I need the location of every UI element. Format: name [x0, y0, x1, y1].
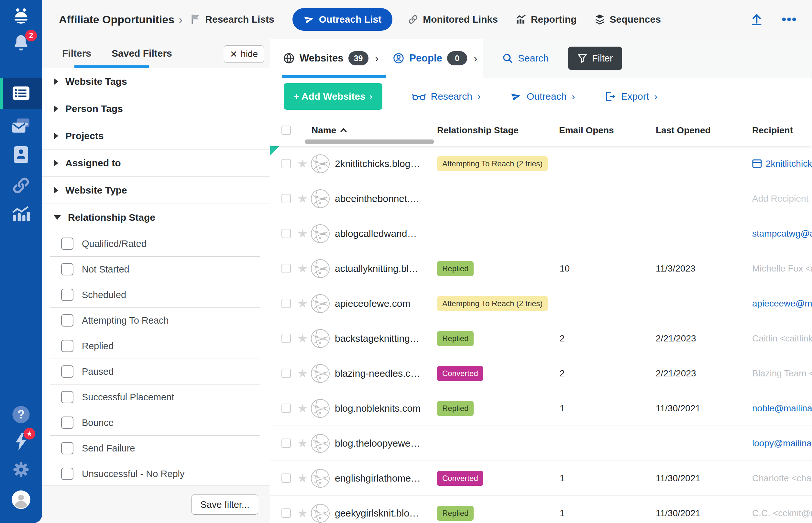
row-checkbox[interactable] [281, 356, 291, 391]
stage-option-successful-placement[interactable]: Successful Placement [50, 384, 260, 410]
column-header-relationship-stage[interactable]: Relationship Stage [437, 115, 519, 146]
filter-section-website-type[interactable]: Website Type [42, 177, 270, 204]
nav-research-lists[interactable]: Research Lists [191, 14, 274, 25]
nav-reporting[interactable]: Reporting [516, 14, 577, 25]
filter-section-person-tags[interactable]: Person Tags [42, 95, 270, 122]
save-filter-button[interactable]: Save filter... [191, 494, 258, 515]
export-menu-button[interactable]: Export › [605, 91, 657, 102]
recipient-cell[interactable]: C.C. <ccknit@ma [752, 496, 812, 523]
recipient-cell[interactable]: stampcatwg@ac [752, 216, 812, 251]
row-checkbox[interactable] [281, 461, 291, 495]
outreach-menu-button[interactable]: Outreach › [511, 91, 575, 102]
search-button[interactable]: Search [502, 52, 549, 64]
website-name-link[interactable]: abeeinthebonnet.… [335, 193, 420, 204]
tab-people[interactable]: People 0 › [393, 51, 477, 65]
stage-option-send-failure[interactable]: Send Failure [50, 436, 260, 461]
column-header-last-opened[interactable]: Last Opened [656, 115, 711, 146]
favorite-star-icon[interactable]: ★ [297, 286, 308, 321]
settings-gear-icon[interactable] [12, 461, 30, 478]
select-all-checkbox[interactable] [281, 115, 291, 146]
row-checkbox[interactable] [281, 496, 291, 523]
horizontal-scrollbar-thumb[interactable] [305, 140, 434, 144]
whats-new-lightning-icon[interactable]: ★ [14, 432, 28, 451]
stage-option-qualified-rated[interactable]: Qualified/Rated [50, 231, 260, 257]
checkbox[interactable] [61, 289, 73, 301]
row-checkbox[interactable] [281, 146, 291, 181]
website-name-link[interactable]: 2knitlitchicks.blog… [335, 158, 420, 169]
favorite-star-icon[interactable]: ★ [297, 181, 308, 216]
checkbox[interactable] [61, 468, 73, 480]
sidebar-item-contacts[interactable] [13, 146, 30, 163]
favorite-star-icon[interactable]: ★ [297, 391, 308, 426]
website-name-link[interactable]: blog.nobleknits.com [335, 403, 421, 414]
recipient-cell[interactable]: Michelle Fox <m [752, 251, 812, 286]
column-header-recipient[interactable]: Recipient [752, 115, 793, 146]
checkbox[interactable] [61, 416, 73, 429]
stage-option-bounce[interactable]: Bounce [50, 410, 260, 436]
website-name-link[interactable]: backstageknitting… [335, 333, 420, 344]
stage-option-not-started[interactable]: Not Started [50, 257, 260, 282]
checkbox[interactable] [61, 391, 73, 403]
breadcrumb-list-title[interactable]: Affiliate Opportunities [59, 13, 174, 26]
sidebar-item-inbox[interactable] [11, 117, 31, 134]
more-menu-icon[interactable] [781, 17, 796, 22]
tab-saved-filters[interactable]: Saved Filters [112, 39, 172, 68]
checkbox[interactable] [61, 442, 73, 454]
row-checkbox[interactable] [281, 426, 291, 461]
website-name-link[interactable]: blog.theloopyewe… [335, 438, 420, 449]
nav-outreach-list-active[interactable]: Outreach List [293, 8, 392, 31]
hide-filters-button[interactable]: ✕ hide [224, 45, 264, 63]
row-checkbox[interactable] [281, 321, 291, 356]
user-avatar[interactable] [11, 490, 31, 509]
row-checkbox[interactable] [281, 251, 291, 286]
website-name-link[interactable]: blazing-needles.c… [335, 368, 420, 379]
favorite-star-icon[interactable]: ★ [297, 496, 308, 523]
sidebar-item-reports[interactable] [12, 206, 31, 223]
filter-section-website-tags[interactable]: Website Tags [42, 68, 270, 95]
recipient-cell[interactable]: noble@mailinate [752, 391, 812, 426]
row-checkbox[interactable] [281, 286, 291, 321]
website-name-link[interactable]: ablogcalledwand… [335, 228, 417, 239]
recipient-cell[interactable]: Charlotte <charlo [752, 461, 812, 495]
favorite-star-icon[interactable]: ★ [297, 461, 308, 495]
row-checkbox[interactable] [281, 391, 291, 426]
checkbox[interactable] [61, 365, 73, 378]
recipient-cell[interactable]: Caitlin <caitlinkn [752, 321, 812, 356]
website-name-link[interactable]: englishgirlathome… [335, 473, 421, 484]
tab-websites-active[interactable]: Websites 39 › [283, 51, 379, 65]
add-websites-button[interactable]: + Add Websites › [284, 83, 382, 110]
stage-option-attempting-to-reach[interactable]: Attempting To Reach [50, 308, 260, 333]
recipient-cell[interactable]: loopy@mailinate [752, 426, 812, 461]
favorite-star-icon[interactable]: ★ [297, 216, 308, 251]
filter-section-projects[interactable]: Projects [42, 122, 270, 149]
recipient-cell[interactable]: 2knitlitchicks [752, 146, 812, 181]
column-header-email-opens[interactable]: Email Opens [559, 115, 614, 146]
favorite-star-icon[interactable]: ★ [297, 251, 308, 286]
sidebar-item-outreach-lists[interactable] [0, 78, 42, 109]
website-name-link[interactable]: apieceofewe.com [335, 298, 410, 309]
checkbox[interactable] [61, 263, 73, 275]
tab-filters[interactable]: Filters [62, 39, 91, 68]
row-checkbox[interactable] [281, 216, 291, 251]
favorite-star-icon[interactable]: ★ [297, 426, 308, 461]
nav-monitored-links[interactable]: Monitored Links [408, 14, 498, 25]
checkbox[interactable] [61, 237, 73, 250]
website-name-link[interactable]: geekygirlsknit.blo… [335, 508, 419, 519]
upload-icon[interactable] [750, 13, 763, 26]
sidebar-item-links[interactable] [12, 176, 31, 195]
website-name-link[interactable]: actuallyknitting.bl… [335, 263, 418, 274]
nav-sequences[interactable]: Sequences [595, 14, 661, 25]
stage-option-paused[interactable]: Paused [50, 359, 260, 384]
favorite-star-icon[interactable]: ★ [297, 356, 308, 391]
stage-option-scheduled[interactable]: Scheduled [50, 282, 260, 308]
favorite-star-icon[interactable]: ★ [297, 321, 308, 356]
row-checkbox[interactable] [281, 181, 291, 216]
buzzstream-logo-icon[interactable] [11, 6, 31, 27]
research-menu-button[interactable]: Research › [412, 91, 481, 102]
checkbox[interactable] [61, 340, 73, 352]
notifications-bell-icon[interactable]: 2 [12, 34, 31, 52]
stage-option-replied[interactable]: Replied [50, 333, 260, 359]
checkbox[interactable] [61, 314, 73, 327]
recipient-cell[interactable]: Blazing Team <bl [752, 356, 812, 391]
filter-section-assigned-to[interactable]: Assigned to [42, 149, 270, 177]
